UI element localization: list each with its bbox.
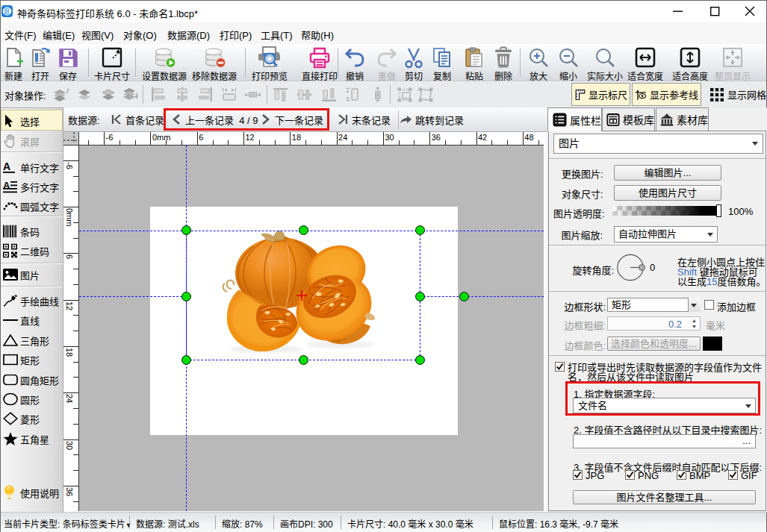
svg-text:0: 0 bbox=[650, 262, 655, 273]
svg-text:A: A bbox=[3, 160, 10, 172]
